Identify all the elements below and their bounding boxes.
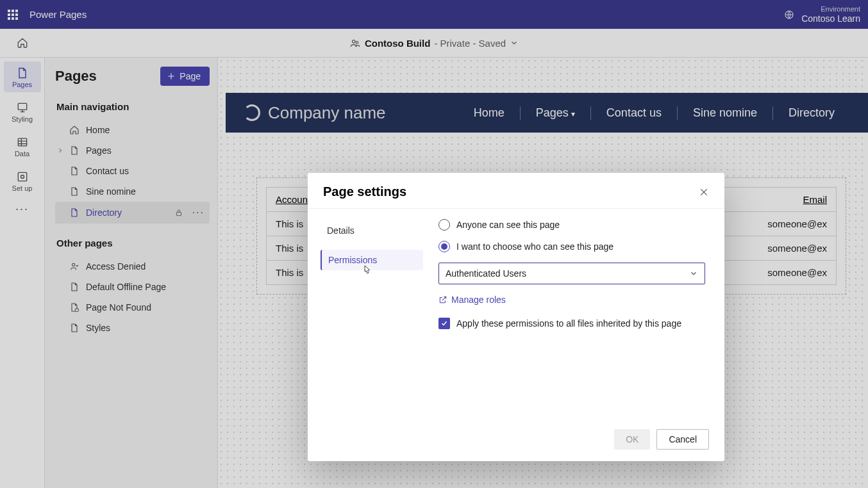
select-value: Authenticated Users: [446, 268, 526, 279]
radio-icon: [438, 241, 450, 252]
external-icon: [438, 295, 447, 304]
radio-anyone[interactable]: Anyone can see this page: [438, 219, 705, 231]
chevron-down-icon: [689, 269, 698, 278]
modal-title: Page settings: [323, 184, 406, 199]
checkbox-icon: [438, 318, 450, 329]
radio-label: I want to choose who can see this page: [456, 241, 613, 252]
checkbox-label: Apply these permissions to all files inh…: [456, 318, 681, 329]
radio-icon: [438, 219, 450, 231]
tab-details[interactable]: Details: [321, 220, 423, 241]
inherit-checkbox[interactable]: Apply these permissions to all files inh…: [438, 318, 705, 329]
tab-permissions[interactable]: Permissions: [321, 250, 423, 270]
close-icon[interactable]: [699, 187, 709, 197]
roles-select[interactable]: Authenticated Users: [438, 263, 705, 284]
radio-label: Anyone can see this page: [456, 220, 560, 230]
cancel-button[interactable]: Cancel: [656, 429, 709, 450]
link-label: Manage roles: [451, 295, 506, 305]
radio-choose[interactable]: I want to choose who can see this page: [438, 241, 705, 252]
modal-tabs: Details Permissions: [308, 209, 423, 429]
ok-button[interactable]: OK: [614, 429, 650, 450]
manage-roles-link[interactable]: Manage roles: [438, 295, 705, 305]
page-settings-modal: Page settings Details Permissions Anyone…: [308, 173, 724, 461]
